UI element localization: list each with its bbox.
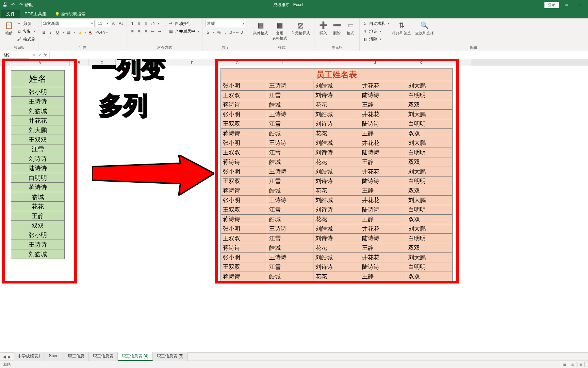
result-cell[interactable]: 白明明 [406,234,453,243]
font-size-combo[interactable]: 11▾ [96,20,110,27]
result-cell[interactable]: 王静 [360,215,406,224]
result-cell[interactable]: 张小明 [220,81,267,91]
sheet-tab[interactable]: 职工信息 [64,352,89,361]
indent-inc-icon[interactable]: ⇥ [157,29,162,34]
result-cell[interactable]: 江雪 [267,148,313,157]
view-normal-icon[interactable]: ▦ [561,362,568,367]
sort-filter-button[interactable]: ⇅排序和筛选 [391,20,412,36]
source-cell[interactable]: 王双双 [11,135,65,144]
result-cell[interactable]: 皓城 [267,215,313,224]
result-cell[interactable]: 刘皓城 [313,253,360,262]
number-format-combo[interactable]: 常规▾ [205,20,246,27]
result-cell[interactable]: 王静 [360,129,406,138]
result-cell[interactable]: 江雪 [267,234,313,243]
file-tab[interactable]: 文件 [1,10,20,18]
result-cell[interactable]: 花花 [313,100,360,110]
result-cell[interactable]: 王诗诗 [267,196,313,205]
source-cell[interactable]: 刘大鹏 [11,125,65,135]
source-cell[interactable]: 江雪 [11,144,65,154]
cancel-icon[interactable]: ✕ [33,53,36,58]
source-cell[interactable]: 井花花 [11,116,65,125]
font-color-icon[interactable]: A [87,30,93,35]
result-cell[interactable]: 张小明 [220,196,267,205]
result-cell[interactable]: 刘诗诗 [313,234,360,243]
source-header[interactable]: 姓名 [11,70,65,87]
result-cell[interactable]: 王双双 [220,91,267,100]
result-cell[interactable]: 白明明 [406,177,453,186]
result-cell[interactable]: 刘皓城 [313,167,360,177]
result-cell[interactable]: 井花花 [360,110,406,119]
find-select-button[interactable]: 🔍查找和选择 [414,20,435,36]
result-cell[interactable]: 刘皓城 [313,224,360,234]
result-cell[interactable]: 白明明 [406,148,453,157]
col-header-A[interactable]: A [10,59,70,66]
source-cell[interactable]: 王诗诗 [11,240,65,249]
name-box[interactable]: M9 [2,52,29,59]
result-cell[interactable]: 双双 [406,129,453,138]
phonetic-icon[interactable]: wén [98,30,104,35]
result-cell[interactable]: 刘诗诗 [313,119,360,129]
undo-icon[interactable]: ↶ [10,2,16,7]
result-cell[interactable]: 刘诗诗 [313,177,360,186]
source-cell[interactable]: 王诗诗 [11,97,65,106]
fill-color-icon[interactable]: ◢ [77,30,82,35]
result-cell[interactable]: 花花 [313,272,360,281]
result-cell[interactable]: 张小明 [220,110,267,119]
qat-more-icon[interactable]: ▾ [27,2,32,7]
underline-button[interactable]: U [55,30,60,35]
result-cell[interactable]: 白明明 [406,119,453,129]
result-cell[interactable]: 王诗诗 [267,224,313,234]
result-cell[interactable]: 皓城 [267,272,313,281]
result-cell[interactable]: 王诗诗 [267,138,313,148]
spreadsheet-grid[interactable]: ABCDEFGHIJKL 姓名 张小明王诗诗刘皓城井花花刘大鹏王双双江雪刘诗诗陆… [0,59,588,352]
result-cell[interactable]: 花花 [313,186,360,196]
result-cell[interactable]: 井花花 [360,167,406,177]
result-cell[interactable]: 刘诗诗 [313,91,360,100]
merge-center-button[interactable]: ▦合并后居中▾ [168,28,199,35]
result-cell[interactable]: 江雪 [267,262,313,272]
result-cell[interactable]: 花花 [313,157,360,167]
insert-cells-button[interactable]: ➕插入 [317,20,329,36]
ribbon-display-icon[interactable]: ▭ [560,0,572,10]
result-cell[interactable]: 双双 [406,215,453,224]
sheet-tab[interactable]: 职工信息表 (4) [118,352,153,361]
source-cell[interactable]: 王静 [11,211,65,221]
fx-icon[interactable]: fx [44,53,47,58]
result-cell[interactable]: 王双双 [220,205,267,215]
result-cell[interactable]: 刘诗诗 [313,205,360,215]
result-cell[interactable]: 王静 [360,157,406,167]
result-cell[interactable]: 陆诗诗 [360,262,406,272]
result-cell[interactable]: 刘皓城 [313,138,360,148]
result-cell[interactable]: 刘皓城 [313,110,360,119]
col-header-I[interactable]: I [306,59,352,66]
result-cell[interactable]: 蒋诗诗 [220,186,267,196]
format-as-table-button[interactable]: ▦套用 表格格式 [271,20,289,42]
result-cell[interactable]: 刘大鹏 [406,110,453,119]
result-cell[interactable]: 王双双 [220,119,267,129]
sheet-nav-prev-icon[interactable]: ◀ [3,354,6,359]
result-cell[interactable]: 王诗诗 [267,167,313,177]
result-cell[interactable]: 蒋诗诗 [220,272,267,281]
result-cell[interactable]: 皓城 [267,157,313,167]
result-cell[interactable]: 王双双 [220,262,267,272]
result-cell[interactable]: 蒋诗诗 [220,100,267,110]
tab-PDF工具集[interactable]: PDF工具集 [20,10,51,18]
result-cell[interactable]: 刘大鹏 [406,253,453,262]
format-cells-button[interactable]: ▭格式 [344,20,357,36]
source-cell[interactable]: 双双 [11,221,65,230]
sheet-tab[interactable]: Sheet [45,352,64,361]
source-cell[interactable]: 陆诗诗 [11,164,65,173]
source-cell[interactable]: 张小明 [11,230,65,240]
result-cell[interactable]: 王静 [360,243,406,253]
result-cell[interactable]: 陆诗诗 [360,205,406,215]
italic-button[interactable]: I [48,30,53,35]
result-cell[interactable]: 王双双 [220,148,267,157]
result-cell[interactable]: 蒋诗诗 [220,129,267,138]
result-cell[interactable]: 张小明 [220,253,267,262]
comma-icon[interactable]: , [223,30,228,35]
tab-帮助[interactable]: 帮助 [20,1,51,10]
clear-button[interactable]: ◧清除▾ [362,35,390,43]
accounting-icon[interactable]: $ [205,30,211,35]
bold-button[interactable]: B [41,30,47,35]
source-cell[interactable]: 刘诗诗 [11,154,65,164]
